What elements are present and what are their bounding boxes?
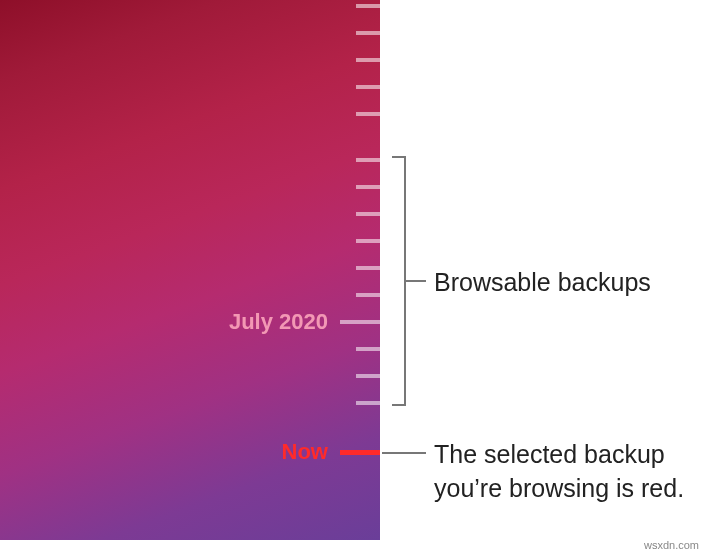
callout-leader bbox=[382, 452, 426, 454]
timeline-tick[interactable] bbox=[356, 158, 380, 162]
timeline-tick[interactable] bbox=[356, 31, 380, 35]
callout-browsable: Browsable backups bbox=[434, 266, 651, 300]
timeline-tick[interactable] bbox=[356, 401, 380, 405]
callout-selected: The selected backup you’re browsing is r… bbox=[434, 438, 684, 506]
timeline-tick[interactable] bbox=[356, 266, 380, 270]
callout-leader bbox=[406, 280, 426, 282]
timeline-tick[interactable] bbox=[356, 374, 380, 378]
timeline-now-label: Now bbox=[282, 439, 328, 465]
timeline-tick[interactable] bbox=[356, 239, 380, 243]
timeline-tick[interactable] bbox=[356, 347, 380, 351]
timeline-tick[interactable] bbox=[356, 212, 380, 216]
callout-selected-line1: The selected backup bbox=[434, 440, 665, 468]
timeline-tick[interactable] bbox=[356, 4, 380, 8]
timeline-tick[interactable] bbox=[356, 185, 380, 189]
callout-selected-line2: you’re browsing is red. bbox=[434, 474, 684, 502]
timeline-tick[interactable] bbox=[356, 112, 380, 116]
watermark: wsxdn.com bbox=[644, 539, 699, 551]
timeline-date-label: July 2020 bbox=[229, 309, 328, 335]
timeline-tick[interactable] bbox=[356, 85, 380, 89]
timeline-tick[interactable] bbox=[356, 293, 380, 297]
timeline-tick-now[interactable] bbox=[340, 450, 380, 455]
browsable-bracket bbox=[392, 156, 406, 406]
timeline-tick-dated[interactable] bbox=[340, 320, 380, 324]
timeline-tick[interactable] bbox=[356, 58, 380, 62]
timeline-panel[interactable]: July 2020 Now bbox=[0, 0, 380, 540]
